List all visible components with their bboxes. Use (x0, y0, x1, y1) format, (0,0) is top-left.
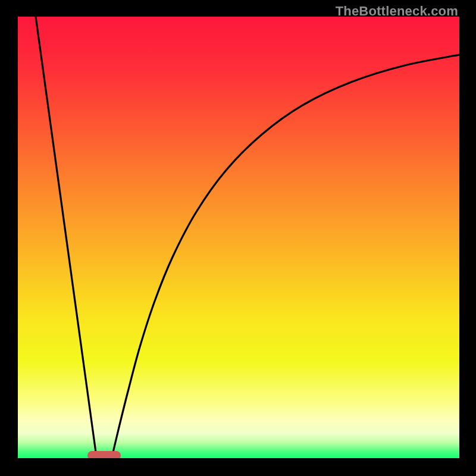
chart-curves (18, 17, 459, 458)
left-line (36, 17, 96, 452)
right-curve (113, 55, 459, 452)
chart-frame: TheBottleneck.com (0, 0, 476, 476)
bottleneck-marker (87, 451, 121, 458)
plot-area (18, 17, 459, 458)
